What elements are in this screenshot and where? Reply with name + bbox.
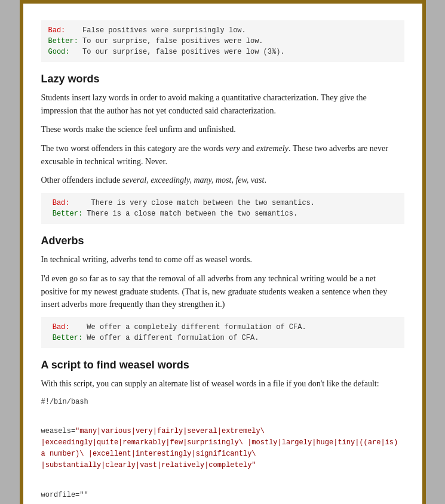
document-inner: Bad: False positives were surprisingly l…	[23, 4, 422, 504]
label-bad-2: Bad:	[53, 199, 70, 207]
section-heading-script: A script to find weasel words	[41, 359, 404, 371]
paragraph-script-1: With this script, you can supply an alte…	[41, 377, 404, 391]
paragraph-lazy-4: Other offenders include several, exceedi…	[41, 174, 404, 187]
code-block-1: Bad: False positives were surprisingly l…	[41, 20, 404, 62]
label-bad-3: Bad:	[53, 323, 70, 331]
paragraph-lazy-3: The two worst offenders in this category…	[41, 142, 404, 168]
paragraph-lazy-1: Students insert lazy words in order to a…	[41, 91, 404, 117]
label-good: Good:	[48, 48, 70, 56]
label-bad: Bad:	[48, 26, 66, 35]
bash-string-weasels: "many|various|very|fairly|several|extrem…	[41, 427, 398, 470]
code-block-2: Bad: There is very close match between t…	[41, 193, 404, 224]
label-better: Better:	[48, 37, 78, 45]
bash-weasels: weasels="many|various|very|fairly|severa…	[41, 426, 404, 472]
paragraph-adverbs-1: In technical writing, adverbs tend to co…	[41, 253, 404, 266]
bash-wordfile: wordfile=""	[41, 490, 404, 501]
label-better-2: Better:	[53, 210, 82, 218]
document-border: Bad: False positives were surprisingly l…	[20, 0, 426, 504]
bash-shebang: #!/bin/bash	[41, 397, 404, 408]
section-heading-adverbs: Adverbs	[41, 235, 404, 247]
code-block-3: Bad: We offer a completely different for…	[41, 317, 404, 348]
paragraph-adverbs-2: I'd even go so far as to say that the re…	[41, 272, 404, 311]
page-container: Bad: False positives were surprisingly l…	[0, 0, 445, 504]
label-better-3: Better:	[53, 334, 82, 342]
paragraph-lazy-2: These words make the science feel unfirm…	[41, 123, 404, 136]
section-heading-lazy-words: Lazy words	[41, 73, 404, 85]
